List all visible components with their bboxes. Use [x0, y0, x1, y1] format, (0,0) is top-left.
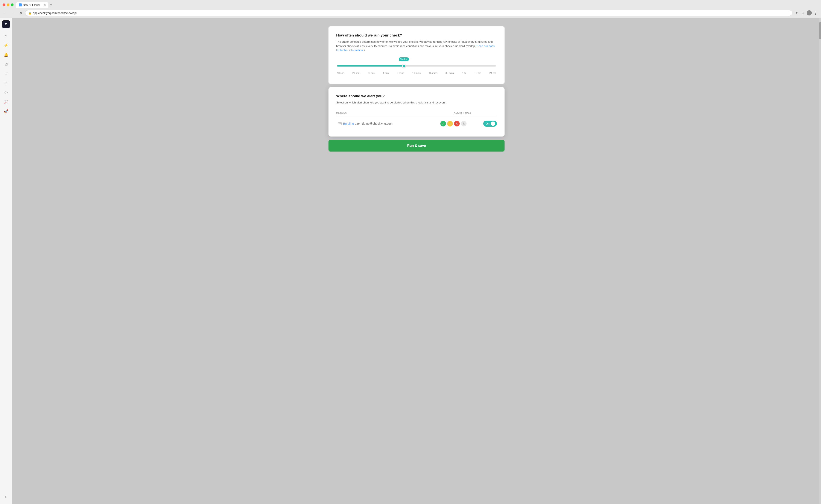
minimize-button[interactable] — [7, 3, 9, 6]
chevron-right-icon: > — [5, 495, 7, 499]
bell-icon: 🔔 — [4, 52, 8, 57]
new-tab-button[interactable]: + — [49, 2, 53, 8]
close-button[interactable] — [3, 3, 5, 6]
code-icon: <> — [4, 90, 8, 95]
col-details: DETAILS — [336, 111, 454, 114]
refresh-button[interactable]: ↻ — [18, 10, 23, 16]
svg-text:C: C — [5, 23, 7, 26]
home-icon: ⌂ — [5, 34, 7, 38]
lock-icon: 🔒 — [28, 12, 32, 15]
content-wrapper: How often should we run your check? The … — [328, 26, 505, 152]
email-channel-text: Email to alex+demo@checklyhq.com — [343, 122, 440, 125]
schedule-section: How often should we run your check? The … — [328, 26, 505, 84]
sidebar-item-api[interactable]: <> — [2, 88, 10, 97]
tick-12hrs: 12 hrs — [474, 72, 481, 74]
sidebar-item-reports[interactable]: 📈 — [2, 98, 10, 106]
sidebar: C ⌂ ⚡ 🔔 🖥 ♡ ⊕ <> 📈 🚀 — [0, 18, 12, 504]
tick-24hrs: 24 hrs — [489, 72, 496, 74]
globe-icon: ⊕ — [4, 81, 8, 85]
tick-10mins: 10 mins — [412, 72, 421, 74]
forward-button[interactable]: → — [10, 10, 16, 16]
browser-toolbar: ← → ↻ 🔒 app.checklyhq.com/checks/new/api… — [0, 9, 821, 18]
error-icon: ✕ — [454, 121, 460, 126]
address-text: app.checklyhq.com/checks/new/api — [33, 11, 789, 15]
scrollbar-track — [819, 18, 821, 504]
success-icon: ✓ — [440, 121, 446, 126]
email-icon — [336, 120, 343, 127]
slider-label-bubble: 5 mins — [399, 57, 409, 61]
alert-section: Where should we alert you? Select on whi… — [328, 87, 505, 137]
col-alert-types: ALERT TYPES — [454, 111, 497, 114]
toolbar-actions: ⬆ ☆ ⋮ — [794, 10, 818, 16]
tick-5mins: 5 mins — [397, 72, 404, 74]
tick-30mins: 30 mins — [445, 72, 454, 74]
toggle-knob — [491, 121, 495, 126]
sidebar-item-web[interactable]: ⊕ — [2, 79, 10, 87]
app-container: C ⌂ ⚡ 🔔 🖥 ♡ ⊕ <> 📈 🚀 — [0, 18, 821, 504]
sidebar-item-deploy[interactable]: 🚀 — [2, 107, 10, 116]
back-button[interactable]: ← — [3, 10, 9, 16]
tick-1hr: 1 hr — [462, 72, 466, 74]
schedule-slider-container: 5 mins 10 sec 20 sec 30 sec 1 min 5 mins… — [336, 58, 497, 74]
info-icon: ℹ — [364, 49, 365, 52]
tab-favicon — [19, 3, 22, 6]
activity-icon: ⚡ — [4, 43, 8, 48]
toggle-label: On — [485, 122, 490, 125]
rocket-icon: 🚀 — [4, 109, 8, 114]
heartbeat-icon: ♡ — [4, 71, 8, 76]
chart-icon: 📈 — [4, 100, 8, 104]
user-avatar[interactable] — [807, 10, 812, 15]
star-button[interactable]: ☆ — [800, 10, 806, 16]
email-address: alex+demo@checklyhq.com — [355, 122, 392, 125]
scrollbar-thumb[interactable] — [819, 22, 821, 39]
tick-10sec: 10 sec — [337, 72, 344, 74]
slider-track: 5 mins — [337, 65, 496, 67]
warning-icon: ! — [447, 121, 453, 126]
alert-type-icons: ✓ ! ✕ — [440, 121, 483, 126]
more-button[interactable]: ⋮ — [813, 10, 818, 16]
alert-description: Select on which alert channels you want … — [336, 100, 497, 105]
alert-title: Where should we alert you? — [336, 94, 497, 98]
tab-close-icon[interactable]: × — [44, 3, 46, 6]
address-bar[interactable]: 🔒 app.checklyhq.com/checks/new/api — [25, 10, 792, 16]
sidebar-item-heartbeats[interactable]: ♡ — [2, 69, 10, 78]
browser-frame: New API check × + ← → ↻ 🔒 app.checklyhq.… — [0, 0, 821, 18]
run-save-button[interactable]: Run & save — [328, 140, 505, 152]
alert-table-header: DETAILS ALERT TYPES — [336, 110, 497, 116]
svg-rect-2 — [338, 122, 341, 125]
channel-toggle[interactable]: On — [483, 121, 497, 127]
slider-ticks: 10 sec 20 sec 30 sec 1 min 5 mins 10 min… — [337, 71, 496, 74]
slider-thumb-knob[interactable] — [402, 64, 406, 68]
sidebar-item-monitors[interactable]: 🖥 — [2, 60, 10, 68]
slider-fill — [337, 65, 404, 67]
tab-bar: New API check × + — [16, 2, 812, 8]
maximize-button[interactable] — [11, 3, 14, 6]
traffic-lights — [3, 3, 14, 6]
tab-title: New API check — [23, 3, 43, 6]
sidebar-expand-button[interactable]: > — [2, 493, 10, 501]
main-content: How often should we run your check? The … — [12, 18, 821, 504]
tick-20sec: 20 sec — [352, 72, 359, 74]
sidebar-item-activity[interactable]: ⚡ — [2, 41, 10, 50]
monitor-icon: 🖥 — [4, 62, 8, 67]
tick-30sec: 30 sec — [368, 72, 374, 74]
schedule-description: The check schedule determines how often … — [336, 40, 497, 52]
sidebar-item-alerts[interactable]: 🔔 — [2, 50, 10, 59]
slider-thumb[interactable]: 5 mins — [402, 64, 406, 68]
toggle-container: On — [483, 121, 497, 127]
sidebar-logo: C — [2, 20, 10, 28]
tick-1min: 1 min — [383, 72, 389, 74]
notification-icon — [461, 121, 467, 126]
browser-titlebar: New API check × + — [0, 0, 821, 9]
svg-point-3 — [464, 125, 464, 125]
schedule-title: How often should we run your check? — [336, 33, 497, 38]
browser-tab[interactable]: New API check × — [16, 2, 48, 8]
sidebar-item-home[interactable]: ⌂ — [2, 32, 10, 40]
tick-15mins: 15 mins — [429, 72, 437, 74]
alert-row: Email to alex+demo@checklyhq.com ✓ ! ✕ — [336, 118, 497, 130]
bookmark-button[interactable]: ⬆ — [794, 10, 800, 16]
email-to-link[interactable]: Email to — [343, 122, 354, 125]
